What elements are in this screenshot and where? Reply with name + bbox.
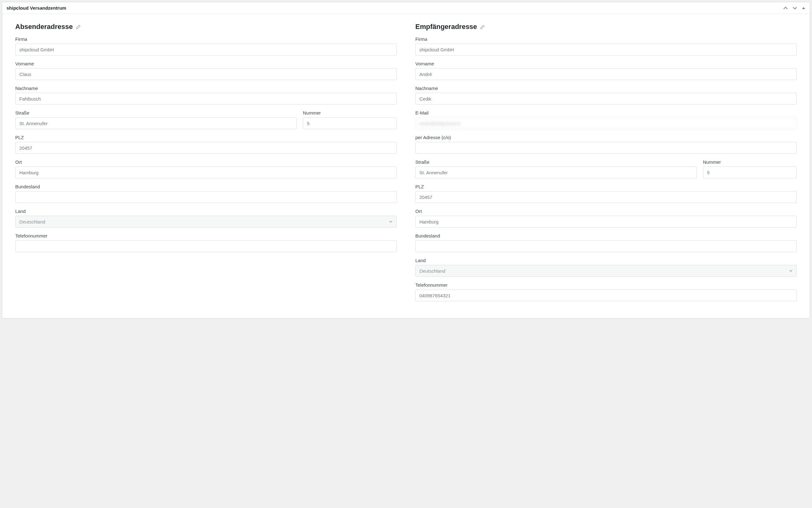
sender-number-label: Nummer (303, 110, 397, 116)
panel-body: Absenderadresse Firma Vorname Nachname S… (2, 14, 810, 318)
recipient-country-label: Land (415, 258, 797, 263)
recipient-email-input[interactable] (415, 117, 797, 129)
recipient-company-input[interactable] (415, 44, 797, 55)
sender-company-label: Firma (15, 36, 397, 42)
recipient-street-label: Straße (415, 159, 697, 165)
sender-state-label: Bundesland (15, 184, 397, 189)
sender-number-input[interactable] (303, 117, 397, 129)
recipient-phone-label: Telefonnummer (415, 282, 797, 288)
recipient-lastname-label: Nachname (415, 86, 797, 91)
recipient-city-input[interactable] (415, 216, 797, 227)
panel-header: shipcloud Versandzentrum (2, 2, 810, 14)
sender-street-input[interactable] (15, 117, 297, 129)
sender-city-input[interactable] (15, 167, 397, 178)
sender-heading-text: Absenderadresse (15, 23, 73, 31)
sender-country-label: Land (15, 209, 397, 214)
pencil-icon[interactable] (480, 25, 485, 29)
sender-country-select[interactable]: Deutschland (15, 216, 397, 227)
shipping-panel: shipcloud Versandzentrum Absenderadresse (2, 2, 810, 319)
recipient-heading-text: Empfängeradresse (415, 23, 477, 31)
recipient-column: Empfängeradresse Firma Vorname Nachname … (415, 23, 797, 307)
recipient-lastname-input[interactable] (415, 93, 797, 104)
sender-firstname-input[interactable] (15, 68, 397, 80)
recipient-country-select[interactable]: Deutschland (415, 265, 797, 277)
recipient-company-label: Firma (415, 36, 797, 42)
recipient-zip-label: PLZ (415, 184, 797, 189)
sender-phone-label: Telefonnummer (15, 233, 397, 239)
recipient-careof-input[interactable] (415, 142, 797, 154)
sender-zip-label: PLZ (15, 135, 397, 140)
sender-company-input[interactable] (15, 44, 397, 55)
sender-street-label: Straße (15, 110, 297, 116)
recipient-email-label: E-Mail (415, 110, 797, 116)
recipient-firstname-input[interactable] (415, 68, 797, 80)
recipient-state-label: Bundesland (415, 233, 797, 239)
recipient-zip-input[interactable] (415, 191, 797, 203)
recipient-street-input[interactable] (415, 167, 697, 178)
recipient-country-value: Deutschland (419, 268, 445, 273)
recipient-careof-label: per Adresse (c/o) (415, 135, 797, 140)
recipient-number-input[interactable] (703, 167, 797, 178)
sender-lastname-input[interactable] (15, 93, 397, 104)
sender-firstname-label: Vorname (15, 61, 397, 66)
recipient-state-input[interactable] (415, 240, 797, 252)
sender-column: Absenderadresse Firma Vorname Nachname S… (15, 23, 397, 307)
panel-title: shipcloud Versandzentrum (6, 5, 66, 11)
sender-state-input[interactable] (15, 191, 397, 203)
chevron-down-icon (389, 220, 393, 223)
move-down-icon[interactable] (793, 6, 797, 11)
move-up-icon[interactable] (783, 6, 788, 11)
sender-lastname-label: Nachname (15, 86, 397, 91)
sender-zip-input[interactable] (15, 142, 397, 154)
toggle-icon[interactable] (802, 6, 806, 10)
sender-country-value: Deutschland (19, 219, 45, 224)
sender-phone-input[interactable] (15, 240, 397, 252)
chevron-down-icon (789, 269, 793, 273)
sender-heading: Absenderadresse (15, 23, 397, 31)
recipient-firstname-label: Vorname (415, 61, 797, 66)
recipient-heading: Empfängeradresse (415, 23, 797, 31)
sender-city-label: Ort (15, 159, 397, 165)
recipient-city-label: Ort (415, 209, 797, 214)
recipient-phone-input[interactable] (415, 290, 797, 301)
pencil-icon[interactable] (76, 25, 81, 29)
panel-controls (783, 6, 806, 11)
recipient-number-label: Nummer (703, 159, 797, 165)
